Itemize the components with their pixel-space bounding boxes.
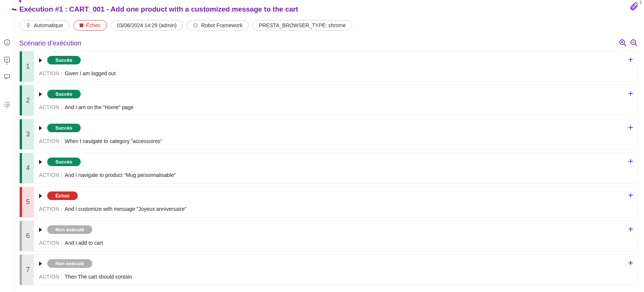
chip-env-label: PRESTA_BROWSER_TYPE: chrome [259, 22, 346, 28]
step-row: 6Non exécuté+ACTION :And I add to cart [19, 220, 638, 251]
chip-framework[interactable]: Robot Framework [187, 20, 249, 31]
steps-list-badge: 7 [6, 106, 8, 110]
add-step-detail-button[interactable]: + [628, 89, 633, 98]
step-number: 7 [22, 255, 34, 285]
chip-mode-label: Automatique [34, 22, 63, 28]
step-status-badge: Échec [47, 191, 78, 200]
step-number: 4 [22, 153, 34, 183]
steps-list: 1Succès+ACTION :Given I am logged out2Su… [19, 51, 638, 285]
chip-status[interactable]: Échec [73, 20, 107, 31]
action-label: ACTION : [39, 172, 62, 178]
action-text: Then The cart should contain [65, 274, 132, 280]
action-text: And I add to cart [65, 240, 103, 246]
chip-mode[interactable]: Automatique [19, 20, 70, 31]
zoom-out-icon[interactable] [630, 39, 638, 48]
checklist-icon[interactable]: 2 [2, 54, 12, 65]
zoom-in-icon[interactable] [619, 39, 627, 48]
step-number: 3 [22, 119, 34, 149]
step-number: 6 [22, 221, 34, 251]
main-panel: 2 Exécution #1 : CART_001 - Add one prod… [14, 0, 644, 292]
chip-row: Automatique Échec 03/06/2024 14:29 (admi… [19, 20, 640, 31]
step-row: 5Échec+ACTION :And I customize with mess… [19, 187, 638, 218]
svg-line-32 [635, 44, 637, 46]
step-row: 3Succès+ACTION :When I navigate to categ… [19, 119, 638, 150]
chip-env: PRESTA_BROWSER_TYPE: chrome [252, 20, 352, 31]
chip-framework-label: Robot Framework [201, 22, 242, 28]
attachments-count: 2 [640, 0, 642, 4]
step-row: 2Succès+ACTION :And I am on the "Home" p… [19, 85, 638, 116]
step-status-badge: Succès [47, 56, 81, 64]
expand-caret-icon[interactable] [39, 126, 42, 130]
checklist-badge: 2 [6, 61, 8, 65]
expand-caret-icon[interactable] [39, 228, 42, 232]
step-status-badge: Succès [47, 124, 81, 132]
attachments-button[interactable]: 2 [629, 1, 642, 11]
expand-caret-icon[interactable] [39, 160, 42, 164]
svg-rect-4 [4, 74, 9, 78]
page-title: Exécution #1 : CART_001 - Add one produc… [19, 5, 640, 13]
action-text: And I am on the "Home" page [65, 104, 133, 110]
action-text: And I customize with message "Joyeux ann… [65, 206, 186, 212]
chip-timestamp: 03/06/2024 14:29 (admin) [111, 20, 183, 31]
action-label: ACTION : [39, 70, 62, 76]
svg-rect-11 [28, 23, 29, 26]
chip-timestamp-label: 03/06/2024 14:29 (admin) [117, 22, 177, 28]
action-label: ACTION : [39, 240, 62, 246]
add-step-detail-button[interactable]: + [628, 258, 633, 267]
steps-list-icon[interactable]: 1 2 3 7 [2, 99, 12, 110]
step-row: 7Non exécuté+ACTION :Then The cart shoul… [19, 254, 638, 285]
expand-caret-icon[interactable] [39, 92, 42, 96]
fail-square-icon [80, 23, 83, 27]
left-sidebar: 2 1 2 3 7 [0, 0, 14, 292]
step-number: 1 [22, 51, 34, 82]
step-status-badge: Non exécuté [47, 225, 92, 234]
comment-icon[interactable] [2, 72, 12, 82]
chip-status-label: Échec [86, 22, 101, 28]
add-step-detail-button[interactable]: + [628, 157, 633, 166]
expand-caret-icon[interactable] [39, 194, 42, 198]
action-text: When I navigate to category "accessoires… [65, 138, 162, 144]
add-step-detail-button[interactable]: + [628, 123, 633, 132]
step-number: 5 [22, 187, 34, 217]
step-status-badge: Succès [47, 158, 81, 166]
step-status-badge: Succès [47, 90, 81, 98]
action-label: ACTION : [39, 138, 62, 144]
step-row: 4Succès+ACTION :And I navigate to produc… [19, 153, 638, 184]
expand-caret-icon[interactable] [39, 261, 42, 266]
action-label: ACTION : [39, 104, 62, 110]
action-label: ACTION : [39, 206, 62, 212]
step-status-badge: Non exécuté [47, 259, 92, 268]
step-number: 2 [22, 85, 34, 115]
add-step-detail-button[interactable]: + [628, 225, 633, 234]
action-text: And I navigate to product "Mug personnal… [65, 172, 176, 178]
action-label: ACTION : [39, 274, 62, 280]
add-step-detail-button[interactable]: + [628, 191, 633, 200]
info-icon[interactable] [2, 37, 12, 48]
step-row: 1Succès+ACTION :Given I am logged out [19, 51, 638, 82]
add-step-detail-button[interactable]: + [628, 55, 633, 64]
action-text: Given I am logged out [65, 70, 116, 76]
svg-rect-18 [194, 24, 197, 27]
expand-caret-icon[interactable] [39, 58, 42, 63]
svg-point-1 [7, 41, 7, 41]
svg-text:3: 3 [4, 105, 5, 107]
svg-line-28 [624, 44, 626, 46]
section-title: Scénario d'exécution [19, 39, 81, 47]
